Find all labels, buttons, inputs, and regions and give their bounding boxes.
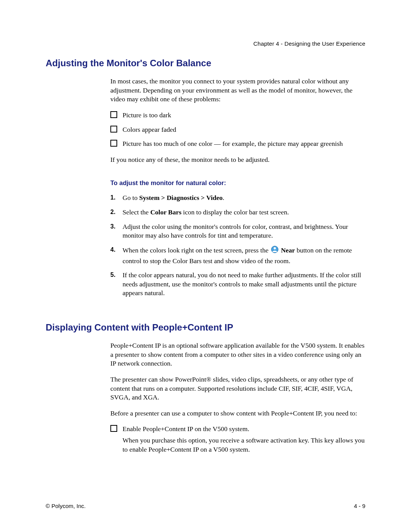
step-item: If the color appears natural, you do not… <box>110 271 365 298</box>
step-text: Adjust the color using the monitor's con… <box>123 223 348 240</box>
list-item-subtext: When you purchase this option, you recei… <box>123 436 365 454</box>
list-item-text: Picture is too dark <box>123 111 171 119</box>
step-item: Select the Color Bars icon to display th… <box>110 208 365 217</box>
footer-copyright: © Polycom, Inc. <box>46 503 86 509</box>
intro-paragraph: In most cases, the monitor you connect t… <box>110 77 365 104</box>
list-item: Picture is too dark <box>110 111 365 120</box>
list-item-text: Enable People+Content IP on the V500 sys… <box>123 425 249 433</box>
checkbox-icon <box>110 425 117 432</box>
page-footer: © Polycom, Inc. 4 - 9 <box>46 503 365 509</box>
step-item: Go to System > Diagnostics > Video. <box>110 193 365 203</box>
step-text: Go to <box>123 194 139 201</box>
list-item: Picture has too much of one color — for … <box>110 139 365 149</box>
section1-body: In most cases, the monitor you connect t… <box>110 77 365 298</box>
section-heading-color-balance: Adjusting the Monitor's Color Balance <box>46 58 365 69</box>
problem-list: Picture is too dark Colors appear faded … <box>110 111 365 149</box>
paragraph: People+Content IP is an optional softwar… <box>110 341 365 368</box>
step-text: Select the <box>123 208 150 216</box>
step-text: . <box>223 194 224 201</box>
procedure-heading: To adjust the monitor for natural color: <box>110 179 365 187</box>
step-item: Adjust the color using the monitor's con… <box>110 222 365 240</box>
list-item-text: Colors appear faded <box>123 126 176 133</box>
after-problems-paragraph: If you notice any of these, the monitor … <box>110 155 365 165</box>
chapter-header: Chapter 4 - Designing the User Experienc… <box>253 40 365 47</box>
page: Chapter 4 - Designing the User Experienc… <box>0 0 411 532</box>
checkbox-icon <box>110 126 117 133</box>
enable-list: Enable People+Content IP on the V500 sys… <box>110 425 365 454</box>
checkbox-icon <box>110 140 117 147</box>
step-item: When the colors look right on the test s… <box>110 246 365 265</box>
steps-list: Go to System > Diagnostics > Video. Sele… <box>110 193 365 298</box>
step-bold: Color Bars <box>150 208 182 216</box>
svg-point-1 <box>274 247 276 249</box>
step-bold: System > Diagnostics > Video <box>139 194 223 201</box>
list-item: Colors appear faded <box>110 125 365 134</box>
paragraph: Before a presenter can use a computer to… <box>110 409 365 418</box>
list-item: Enable People+Content IP on the V500 sys… <box>110 425 365 454</box>
step-text: When the colors look right on the test s… <box>123 246 270 254</box>
list-item-text: Picture has too much of one color — for … <box>123 140 343 147</box>
checkbox-icon <box>110 111 117 118</box>
step-bold: Near <box>281 246 295 254</box>
paragraph: The presenter can show PowerPoint® slide… <box>110 375 365 402</box>
section2-body: People+Content IP is an optional softwar… <box>110 341 365 454</box>
step-text: If the color appears natural, you do not… <box>123 271 361 297</box>
section-heading-people-content: Displaying Content with People+Content I… <box>46 322 365 333</box>
step-text: icon to display the color bar test scree… <box>182 208 289 216</box>
near-icon <box>271 246 279 256</box>
footer-page-number: 4 - 9 <box>354 503 365 509</box>
